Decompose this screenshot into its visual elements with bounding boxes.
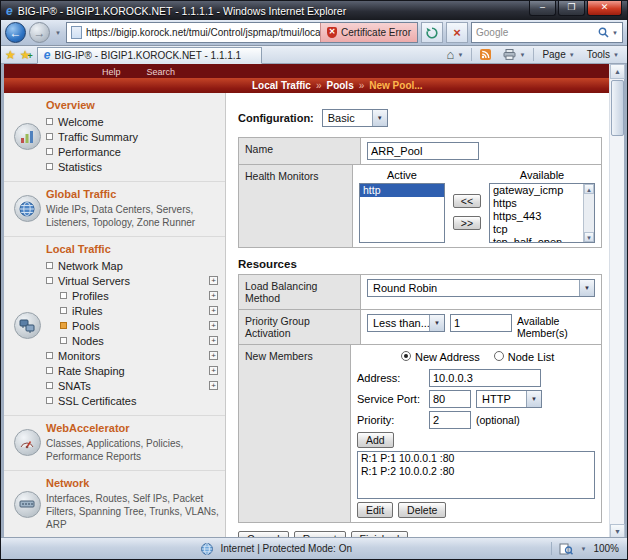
maximize-button[interactable]: ❐ bbox=[558, 1, 585, 16]
new-members-label: New Members bbox=[239, 345, 351, 522]
sidebar-item-performance[interactable]: Performance bbox=[46, 144, 219, 159]
list-item[interactable]: gateway_icmp bbox=[490, 184, 583, 197]
chevron-down-icon: ▼ bbox=[579, 280, 594, 296]
add-button[interactable]: Add bbox=[357, 432, 394, 448]
search-dropdown-icon[interactable]: ▼ bbox=[612, 30, 618, 36]
forward-button[interactable]: → bbox=[29, 22, 50, 43]
zoom-dropdown-icon[interactable]: ▼ bbox=[580, 546, 586, 552]
stop-icon: × bbox=[453, 26, 461, 39]
app-tab-search[interactable]: Search bbox=[147, 67, 176, 77]
list-item[interactable]: tcp bbox=[490, 223, 583, 236]
minimize-button[interactable]: – bbox=[529, 1, 556, 16]
sidebar-item-pools[interactable]: Pools+ bbox=[46, 318, 219, 333]
member-row[interactable]: R:1 P:2 10.0.0.2 :80 bbox=[358, 465, 594, 478]
sidebar-section-local-traffic: Local Traffic Network Map Virtual Server… bbox=[4, 237, 225, 416]
stop-button[interactable]: × bbox=[446, 22, 468, 43]
sidebar-item-snats[interactable]: SNATs+ bbox=[46, 378, 219, 393]
new-address-radio[interactable]: New Address bbox=[401, 351, 480, 363]
sidebar-item-traffic-summary[interactable]: Traffic Summary bbox=[46, 129, 219, 144]
sidebar-item-profiles[interactable]: Profiles+ bbox=[46, 288, 219, 303]
scroll-down-icon[interactable]: ▼ bbox=[584, 232, 594, 242]
expand-plus-icon[interactable]: + bbox=[209, 306, 218, 315]
sidebar-item-virtual-servers[interactable]: Virtual Servers+ bbox=[46, 273, 219, 288]
configuration-select[interactable]: Basic ▼ bbox=[322, 109, 388, 127]
browser-tab[interactable]: e BIG-IP® - BIGIP1.KOROCK.NET - 1.1.1.1 bbox=[37, 47, 262, 64]
expand-plus-icon[interactable]: + bbox=[209, 336, 218, 345]
zoom-level[interactable]: 100% bbox=[593, 543, 619, 554]
load-balancing-select[interactable]: Round Robin ▼ bbox=[367, 279, 595, 297]
search-input[interactable]: Google bbox=[476, 27, 595, 38]
home-dropdown-icon: ▼ bbox=[457, 52, 463, 58]
expand-plus-icon[interactable]: + bbox=[209, 276, 218, 285]
search-box[interactable]: Google ▼ bbox=[471, 22, 623, 43]
address-input[interactable] bbox=[429, 369, 541, 387]
add-favorite-button[interactable]: ★+ bbox=[20, 49, 33, 61]
close-button[interactable]: ✕ bbox=[587, 1, 622, 16]
node-list-radio[interactable]: Node List bbox=[494, 351, 554, 363]
expand-plus-icon[interactable]: + bbox=[209, 381, 218, 390]
print-button[interactable]: ▼ bbox=[499, 47, 529, 63]
delete-button[interactable]: Delete bbox=[398, 502, 446, 518]
chevron-down-icon: ▼ bbox=[429, 315, 444, 331]
address-bar[interactable]: https://bigip.korock.net/tmui/Control/js… bbox=[66, 22, 418, 43]
expand-plus-icon[interactable]: + bbox=[209, 351, 218, 360]
expand-plus-icon[interactable]: + bbox=[209, 321, 218, 330]
members-listbox[interactable]: R:1 P:1 10.0.0.1 :80 R:1 P:2 10.0.0.2 :8… bbox=[357, 451, 595, 499]
list-item[interactable]: tcp_half_open bbox=[490, 236, 583, 242]
section-title-overview[interactable]: Overview bbox=[46, 99, 219, 111]
page-menu[interactable]: Page▼ bbox=[538, 47, 578, 63]
home-button[interactable]: ⌂▼ bbox=[443, 47, 468, 63]
sidebar-item-network-map[interactable]: Network Map bbox=[46, 258, 219, 273]
sidebar-item-nodes[interactable]: Nodes+ bbox=[46, 333, 219, 348]
breadcrumb-current: New Pool... bbox=[369, 80, 422, 91]
address-text[interactable]: https://bigip.korock.net/tmui/Control/js… bbox=[86, 27, 320, 38]
feeds-button[interactable] bbox=[476, 47, 495, 63]
section-description: Classes, Applications, Policies, Perform… bbox=[46, 437, 219, 463]
list-item[interactable]: http bbox=[360, 184, 444, 197]
section-title-global-traffic[interactable]: Global Traffic bbox=[46, 188, 219, 200]
app-tab-help[interactable]: Help bbox=[102, 67, 121, 77]
name-input[interactable] bbox=[367, 142, 479, 160]
breadcrumb-root[interactable]: Local Traffic bbox=[252, 80, 311, 91]
sidebar-item-rate-shaping[interactable]: Rate Shaping+ bbox=[46, 363, 219, 378]
priority-input[interactable] bbox=[429, 411, 471, 429]
service-port-input[interactable] bbox=[429, 390, 471, 408]
search-icon[interactable] bbox=[598, 27, 609, 38]
refresh-button[interactable] bbox=[421, 22, 443, 43]
scroll-up-button[interactable]: ▲ bbox=[610, 64, 625, 79]
service-select[interactable]: HTTP ▼ bbox=[476, 390, 542, 408]
breadcrumb-section[interactable]: Pools bbox=[326, 80, 353, 91]
member-row[interactable]: R:1 P:1 10.0.0.1 :80 bbox=[358, 452, 594, 465]
expand-plus-icon[interactable]: + bbox=[209, 291, 218, 300]
vertical-scrollbar[interactable]: ▲ ▼ bbox=[609, 64, 624, 539]
favorites-star-icon[interactable]: ★ bbox=[5, 49, 16, 61]
ie-logo-icon: e bbox=[6, 5, 13, 17]
sidebar-item-welcome[interactable]: Welcome bbox=[46, 114, 219, 129]
scrollbar-thumb[interactable] bbox=[611, 80, 624, 136]
priority-group-select-value: Less than... bbox=[368, 317, 429, 329]
back-button[interactable]: ← bbox=[5, 22, 26, 43]
certificate-error-button[interactable]: ✕ Certificate Error bbox=[320, 23, 417, 42]
move-to-active-button[interactable]: << bbox=[453, 194, 481, 208]
move-to-available-button[interactable]: >> bbox=[453, 216, 481, 230]
edit-button[interactable]: Edit bbox=[357, 502, 393, 518]
sidebar-item-ssl-certificates[interactable]: SSL Certificates bbox=[46, 393, 219, 408]
sidebar-item-monitors[interactable]: Monitors+ bbox=[46, 348, 219, 363]
list-item[interactable]: https_443 bbox=[490, 210, 583, 223]
sidebar-item-statistics[interactable]: Statistics bbox=[46, 159, 219, 174]
history-dropdown-icon[interactable]: ▼ bbox=[53, 30, 63, 36]
priority-group-select[interactable]: Less than... ▼ bbox=[367, 314, 445, 332]
available-monitors-listbox[interactable]: gateway_icmp https https_443 tcp tcp_hal… bbox=[489, 183, 595, 243]
section-title-webaccelerator[interactable]: WebAccelerator bbox=[46, 422, 219, 434]
active-monitors-listbox[interactable]: http bbox=[359, 183, 445, 243]
priority-group-input[interactable] bbox=[450, 314, 512, 332]
listbox-scrollbar[interactable]: ▲ ▼ bbox=[583, 184, 594, 242]
tools-menu[interactable]: Tools▼ bbox=[583, 47, 623, 63]
section-title-local-traffic[interactable]: Local Traffic bbox=[46, 243, 219, 255]
expand-plus-icon[interactable]: + bbox=[209, 366, 218, 375]
sidebar-item-irules[interactable]: iRules+ bbox=[46, 303, 219, 318]
feeds-icon bbox=[480, 49, 491, 60]
section-title-network[interactable]: Network bbox=[46, 477, 219, 489]
list-item[interactable]: https bbox=[490, 197, 583, 210]
scroll-up-icon[interactable]: ▲ bbox=[584, 184, 594, 194]
